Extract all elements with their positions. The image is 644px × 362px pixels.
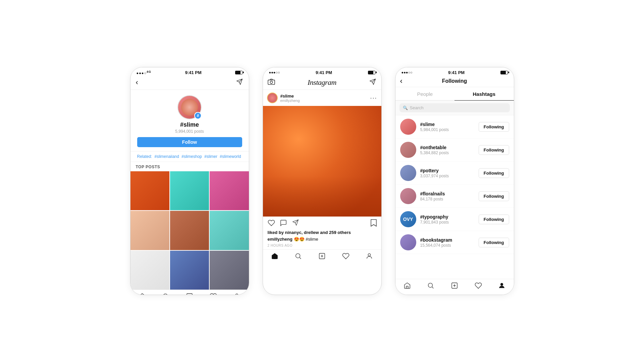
- instagram-logo: Instagram: [308, 78, 336, 87]
- grid-cell-5[interactable]: [170, 211, 209, 250]
- share-button[interactable]: [292, 219, 299, 229]
- related-tag-1[interactable]: #slimenaiiand: [155, 154, 179, 159]
- related-tag-4[interactable]: #slimeworld: [220, 154, 241, 159]
- svg-point-17: [428, 283, 433, 288]
- time-3: 9:41 PM: [448, 70, 465, 75]
- hashtag-row-6: #bookstagram 15,564,074 posts Following: [395, 231, 514, 254]
- following-btn-floral[interactable]: Following: [479, 191, 509, 201]
- related-tag-2[interactable]: #slimeshop: [181, 154, 202, 159]
- hashtag-thumb-typo[interactable]: OVY: [400, 211, 416, 227]
- grid-cell-4[interactable]: [130, 211, 169, 250]
- following-btn-slime[interactable]: Following: [479, 122, 509, 132]
- hashtag-info-book: #bookstagram 15,564,074 posts: [420, 237, 479, 248]
- hashtag-name-pottery[interactable]: #pottery: [420, 168, 479, 173]
- send-icon[interactable]: [236, 78, 243, 87]
- more-options-button[interactable]: ···: [370, 95, 377, 102]
- hashtag-nav-bar: ‹: [130, 77, 249, 90]
- search-bar[interactable]: 🔍 Search: [399, 103, 510, 112]
- svg-point-10: [296, 254, 300, 258]
- nav-home[interactable]: [139, 293, 146, 295]
- follow-button[interactable]: Follow: [137, 137, 242, 147]
- hashtag-thumb-floral[interactable]: [400, 188, 416, 204]
- back-button-following[interactable]: ‹: [400, 77, 402, 85]
- battery-icon-1: [235, 71, 243, 74]
- hashtag-info-table: #onthetable 5,384,882 posts: [420, 145, 479, 155]
- caption-username[interactable]: emillyzheng: [268, 237, 292, 242]
- hashtag-thumb-table[interactable]: [400, 142, 416, 158]
- nav-add-3[interactable]: [451, 282, 458, 291]
- related-label: Related:: [137, 154, 152, 159]
- post-time: 2 HOURS AGO: [263, 244, 381, 249]
- grid-cell-9[interactable]: [210, 251, 249, 290]
- top-posts-grid: [130, 171, 249, 290]
- bottom-nav-3: [395, 279, 514, 295]
- hashtag-thumb-pottery[interactable]: [400, 165, 416, 181]
- grid-cell-6[interactable]: [210, 211, 249, 250]
- post-location: emillyzheng: [280, 99, 300, 103]
- post-username[interactable]: #slime: [280, 94, 300, 99]
- nav-heart-3[interactable]: [475, 282, 482, 291]
- following-btn-book[interactable]: Following: [479, 238, 509, 247]
- post-image[interactable]: [263, 106, 381, 217]
- nav-search-3[interactable]: [427, 282, 434, 291]
- nav-profile-3[interactable]: [498, 282, 505, 291]
- direct-icon[interactable]: [369, 78, 376, 86]
- nav-heart-2[interactable]: [342, 252, 350, 262]
- like-button[interactable]: [268, 219, 275, 229]
- grid-cell-1[interactable]: [130, 171, 169, 210]
- nav-profile[interactable]: [233, 293, 240, 295]
- hashtag-name-floral[interactable]: #floralnails: [420, 191, 479, 196]
- nav-search[interactable]: [162, 293, 169, 295]
- time-2: 9:41 PM: [316, 70, 332, 75]
- post-header: #slime emillyzheng ···: [263, 90, 381, 106]
- grid-cell-7[interactable]: [130, 251, 169, 290]
- hashtag-post-count: 5,994,001 posts: [175, 129, 204, 134]
- hashtag-name-slime[interactable]: #slime: [420, 122, 479, 127]
- feed-nav-bar: Instagram: [263, 77, 381, 90]
- battery-3: [500, 71, 508, 74]
- following-btn-table[interactable]: Following: [479, 145, 509, 155]
- hashtag-thumb-slime[interactable]: [400, 119, 416, 135]
- hashtag-name-book[interactable]: #bookstagram: [420, 237, 479, 243]
- post-avatar[interactable]: [267, 93, 278, 103]
- grid-cell-8[interactable]: [170, 251, 209, 290]
- nav-home-3[interactable]: [404, 282, 411, 291]
- save-button[interactable]: [371, 219, 377, 229]
- bottom-nav-2: [263, 249, 381, 265]
- caption-text: 😍😍 #slime: [294, 237, 318, 242]
- hashtag-count-table: 5,384,882 posts: [420, 150, 479, 155]
- bottom-nav-1: [130, 290, 249, 295]
- comment-button[interactable]: [280, 219, 287, 229]
- tab-hashtags[interactable]: Hashtags: [454, 87, 514, 100]
- nav-home-2[interactable]: [271, 252, 278, 262]
- status-bar-1: ●●●○4G 9:41 PM: [130, 67, 249, 77]
- svg-rect-7: [268, 80, 275, 85]
- nav-add[interactable]: [186, 293, 193, 295]
- nav-add-2[interactable]: [318, 252, 326, 262]
- nav-profile-2[interactable]: [366, 252, 373, 262]
- hashtag-thumb-book[interactable]: [400, 234, 416, 250]
- svg-rect-16: [406, 286, 408, 288]
- nav-heart[interactable]: [210, 293, 217, 295]
- back-button[interactable]: ‹: [136, 78, 138, 87]
- hashtag-name-table[interactable]: #onthetable: [420, 145, 479, 150]
- hashtag-name: #slime: [180, 121, 199, 128]
- hashtag-name-typo[interactable]: #typography: [420, 214, 479, 220]
- nav-search-2[interactable]: [294, 252, 302, 262]
- tab-people[interactable]: People: [395, 87, 455, 100]
- hashtag-profile-section: # #slime 5,994,001 posts Follow: [130, 90, 249, 152]
- svg-line-18: [432, 287, 434, 288]
- following-btn-typo[interactable]: Following: [479, 215, 509, 224]
- phone-feed: ●●●○○ 9:41 PM Instagram: [263, 67, 382, 295]
- svg-point-8: [270, 81, 272, 83]
- hashtag-row-5: OVY #typography 7,901,843 posts Followin…: [395, 208, 514, 231]
- camera-icon[interactable]: [268, 78, 275, 86]
- hashtag-count-pottery: 3,037,974 posts: [420, 174, 479, 178]
- signal-3: ●●●○○: [401, 70, 413, 74]
- grid-cell-2[interactable]: [170, 171, 209, 210]
- following-btn-pottery[interactable]: Following: [479, 168, 509, 178]
- related-tag-3[interactable]: #slimer: [204, 154, 217, 159]
- hashtag-count-slime: 5,984,001 posts: [420, 127, 479, 132]
- grid-cell-3[interactable]: [210, 171, 249, 210]
- svg-point-15: [368, 254, 371, 256]
